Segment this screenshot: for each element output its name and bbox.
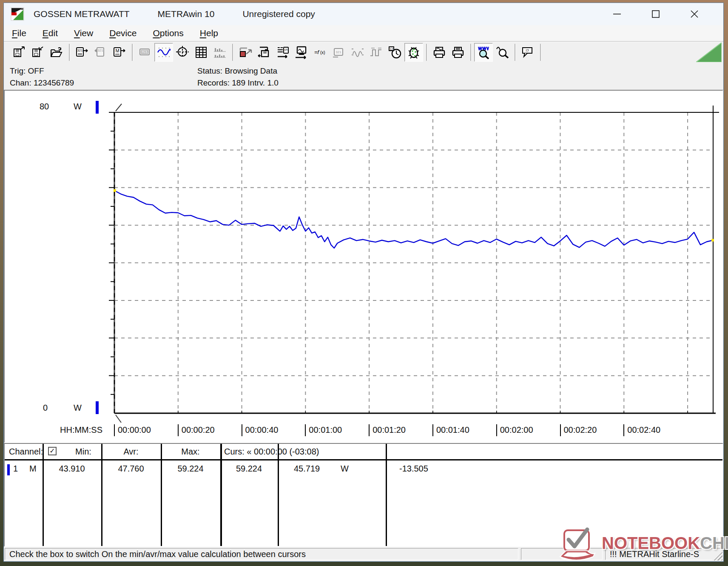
svg-text:!?: !? (526, 49, 529, 53)
title-product: METRAwin 10 (158, 9, 215, 19)
svg-text:321: 321 (336, 50, 341, 54)
menu-device[interactable]: Device (101, 28, 145, 38)
menu-view[interactable]: View (66, 28, 101, 38)
x-tick-mark (369, 424, 370, 436)
print-preview-button[interactable] (430, 43, 449, 62)
close-button[interactable] (685, 4, 704, 24)
x-axis-format-label: HH:MM:SS (60, 425, 102, 435)
channel-setup-icon: ch (276, 46, 290, 59)
chart-view-icon (157, 46, 171, 59)
app-window: GOSSEN METRAWATT METRAwin 10 Unregistere… (3, 3, 724, 562)
svg-text:ch: ch (284, 48, 288, 51)
zoom-wave-button[interactable] (474, 43, 493, 62)
notebookcheck-laptop-icon (559, 527, 602, 564)
table-column-divider (161, 444, 162, 546)
read-memory-button[interactable]: M (110, 43, 129, 62)
info-bar: Trig: OFF Chan: 123456789 Status: Browsi… (4, 63, 723, 90)
device-store-button[interactable] (255, 43, 273, 62)
power-line-chart[interactable] (5, 91, 723, 442)
col-header-cursor: Curs: « 00:00:00 (-03:08) (224, 447, 319, 457)
read-device-button[interactable]: 321 (73, 43, 91, 62)
x-tick-label: 00:02:20 (564, 425, 597, 435)
x-tick-label: 00:01:40 (436, 425, 469, 435)
x-tick-mark (242, 424, 242, 436)
row-cursor-value2: 45.719 (294, 464, 320, 474)
toolbar-corner-triangle (696, 43, 722, 62)
table-column-divider (220, 444, 222, 546)
histogram-view-button (210, 43, 229, 62)
zoom-select-button[interactable] (493, 43, 512, 62)
open-file-icon (50, 46, 63, 59)
table-column-divider (278, 444, 279, 546)
formula-icon: =f(x) (313, 46, 327, 59)
save-export-icon (12, 46, 26, 59)
watermark-word1: NOTEBOOK (602, 534, 700, 552)
pc-transfer-button[interactable] (292, 43, 311, 62)
table-column-divider (386, 444, 387, 546)
read-memory-icon: M (113, 46, 126, 59)
x-tick-label: 00:02:00 (500, 425, 533, 435)
chart-view-button[interactable] (154, 43, 173, 62)
minmax-checkbox[interactable]: ✓ (48, 447, 57, 455)
x-tick-label: 00:00:00 (118, 425, 151, 435)
x-tick-mark (114, 424, 115, 436)
menu-edit[interactable]: Edit (34, 28, 66, 38)
annotation-button[interactable]: !? (518, 43, 537, 62)
formula-button[interactable]: =f(x) (311, 43, 330, 62)
row-channel-marker (7, 464, 10, 475)
time-setup-button[interactable]: 12 (386, 43, 404, 62)
minimize-button[interactable] (607, 4, 627, 24)
title-bar: GOSSEN METRAWATT METRAwin 10 Unregistere… (4, 3, 723, 25)
toolbar-separator (515, 44, 515, 61)
chart-panel: 80 W 0 W HH:MM:SS 00:00:0000:00:2000:00:… (4, 90, 723, 443)
table-column-divider (43, 444, 44, 546)
device-export-icon (239, 46, 252, 59)
menu-options[interactable]: Options (145, 28, 191, 38)
watermark-word2: CHECK (700, 534, 728, 552)
x-tick-label: 00:00:20 (182, 425, 215, 435)
header-divider (5, 459, 722, 460)
x-tick-mark (305, 424, 306, 436)
print-button[interactable] (449, 43, 467, 62)
toolbar-separator (470, 44, 471, 61)
svg-text:321: 321 (97, 49, 103, 52)
table-view-button[interactable] (192, 43, 210, 62)
toolbar: 321321M1257ch=f(x)32112!? (4, 41, 723, 63)
col-header-channel: Channel: (9, 447, 43, 457)
menu-file[interactable]: File (4, 28, 34, 38)
svg-text:1257: 1257 (141, 51, 148, 54)
table-view-icon (194, 46, 208, 59)
x-axis-labels: HH:MM:SS 00:00:0000:00:2000:00:4000:01:0… (5, 423, 722, 439)
device-export-button[interactable] (236, 43, 255, 62)
row-cursor-value1: 59.224 (220, 464, 278, 474)
analog-signal-button (348, 43, 367, 62)
pulse-signal-button (367, 43, 386, 62)
x-tick-mark (432, 424, 433, 436)
save-import-button[interactable] (28, 43, 47, 62)
save-import-icon (31, 46, 45, 59)
app-logo-icon (11, 7, 24, 21)
annotation-icon: !? (521, 46, 535, 59)
print-preview-icon (432, 46, 446, 59)
col-header-max: Max: (176, 447, 205, 457)
svg-text:(x): (x) (320, 50, 325, 55)
x-tick-label: 00:01:20 (373, 425, 406, 435)
device-store-icon (257, 46, 271, 59)
scope-view-button[interactable] (173, 43, 192, 62)
display-321-button: 321 (330, 43, 348, 62)
open-file-button[interactable] (47, 43, 66, 62)
channel-setup-button[interactable]: ch (273, 43, 292, 62)
statusbar-hint-text: Check the box to switch On the min/avr/m… (9, 549, 306, 559)
maximize-button[interactable] (646, 4, 665, 24)
debug-bug-button[interactable] (404, 43, 423, 62)
status-text: Status: Browsing Data (197, 65, 277, 77)
col-header-min: Min: (68, 447, 98, 457)
menu-help[interactable]: Help (192, 28, 226, 38)
toolbar-separator (69, 44, 70, 61)
x-tick-mark (560, 424, 561, 436)
title-license: Unregistered copy (242, 9, 315, 19)
row-mode: M (29, 464, 37, 474)
save-export-button[interactable] (10, 43, 28, 62)
toolbar-separator (426, 44, 427, 61)
svg-text:M: M (115, 48, 119, 53)
